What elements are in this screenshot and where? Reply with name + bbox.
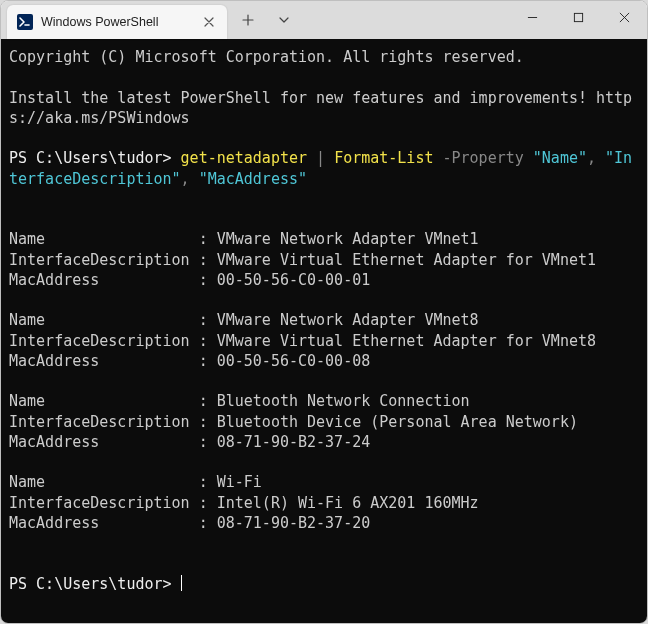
output-label-ifdesc: InterfaceDescription : — [9, 251, 217, 269]
cmd-prop-name: "Name" — [533, 149, 587, 167]
terminal-viewport[interactable]: Copyright (C) Microsoft Corporation. All… — [1, 39, 647, 623]
cmd-comma: , — [181, 170, 199, 188]
tab-powershell[interactable]: Windows PowerShell — [7, 5, 227, 39]
cmd-pipe: | — [307, 149, 334, 167]
output-label-name: Name : — [9, 473, 217, 491]
output-label-name: Name : — [9, 392, 217, 410]
output-label-mac: MacAddress : — [9, 433, 217, 451]
maximize-button[interactable] — [555, 1, 601, 33]
output-label-ifdesc: InterfaceDescription : — [9, 332, 217, 350]
cmd-property-flag: -Property — [433, 149, 532, 167]
window-controls — [509, 1, 647, 39]
svg-rect-1 — [574, 13, 582, 21]
output-label-mac: MacAddress : — [9, 352, 217, 370]
tab-close-button[interactable] — [201, 14, 217, 30]
cmd-format-list: Format-List — [334, 149, 433, 167]
output-label-mac: MacAddress : — [9, 514, 217, 532]
output-value: Wi-Fi — [217, 473, 262, 491]
output-value: VMware Network Adapter VMnet8 — [217, 311, 479, 329]
output-label-ifdesc: InterfaceDescription : — [9, 494, 217, 512]
output-value: VMware Virtual Ethernet Adapter for VMne… — [217, 251, 596, 269]
window-root: Windows PowerShell — [0, 0, 648, 624]
output-label-ifdesc: InterfaceDescription : — [9, 413, 217, 431]
output-value: VMware Network Adapter VMnet1 — [217, 230, 479, 248]
install-banner: Install the latest PowerShell for new fe… — [9, 89, 632, 127]
new-tab-button[interactable] — [233, 5, 263, 35]
output-value: 00-50-56-C0-00-08 — [217, 352, 371, 370]
titlebar[interactable]: Windows PowerShell — [1, 1, 647, 39]
prompt-1: PS C:\Users\tudor> — [9, 149, 181, 167]
copyright-line: Copyright (C) Microsoft Corporation. All… — [9, 48, 524, 66]
prompt-2: PS C:\Users\tudor> — [9, 575, 181, 593]
output-label-name: Name : — [9, 311, 217, 329]
output-value: Bluetooth Network Connection — [217, 392, 470, 410]
tab-title: Windows PowerShell — [41, 15, 193, 29]
minimize-button[interactable] — [509, 1, 555, 33]
powershell-icon — [17, 14, 33, 30]
text-cursor — [181, 575, 182, 591]
tabbar-actions — [233, 1, 299, 39]
cmd-prop-mac: "MacAddress" — [199, 170, 307, 188]
output-value: 08-71-90-B2-37-20 — [217, 514, 371, 532]
output-value: 08-71-90-B2-37-24 — [217, 433, 371, 451]
output-value: Intel(R) Wi-Fi 6 AX201 160MHz — [217, 494, 479, 512]
cmd-get-netadapter: get-netadapter — [181, 149, 307, 167]
output-value: 00-50-56-C0-00-01 — [217, 271, 371, 289]
output-label-name: Name : — [9, 230, 217, 248]
close-window-button[interactable] — [601, 1, 647, 33]
output-label-mac: MacAddress : — [9, 271, 217, 289]
cmd-comma: , — [587, 149, 605, 167]
output-value: Bluetooth Device (Personal Area Network) — [217, 413, 578, 431]
output-value: VMware Virtual Ethernet Adapter for VMne… — [217, 332, 596, 350]
svg-rect-0 — [17, 14, 33, 30]
tab-dropdown-button[interactable] — [269, 5, 299, 35]
